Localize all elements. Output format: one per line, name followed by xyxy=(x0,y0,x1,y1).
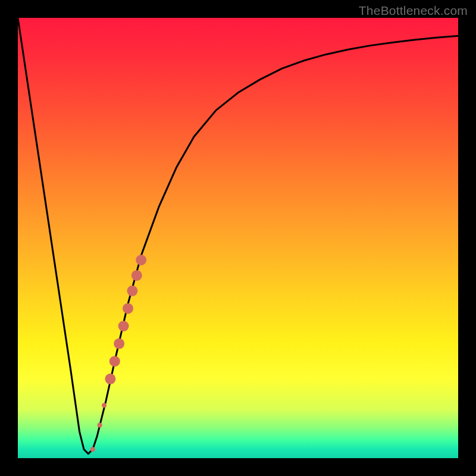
marker-dot xyxy=(114,339,124,349)
marker-dot xyxy=(136,255,146,265)
marker-dot xyxy=(109,356,120,367)
marker-dot xyxy=(105,374,115,384)
marker-dot xyxy=(98,423,102,428)
marker-dot xyxy=(127,286,137,296)
curve-line xyxy=(18,18,458,454)
marker-dot xyxy=(131,270,142,281)
marker-dot xyxy=(102,403,107,408)
chart-svg xyxy=(18,18,458,458)
watermark-text: TheBottleneck.com xyxy=(359,4,468,18)
marker-group xyxy=(90,255,146,452)
marker-dot xyxy=(123,303,133,314)
chart-frame: TheBottleneck.com xyxy=(0,0,476,476)
plot-area xyxy=(18,18,458,458)
marker-dot xyxy=(90,447,95,452)
marker-dot xyxy=(118,321,129,331)
